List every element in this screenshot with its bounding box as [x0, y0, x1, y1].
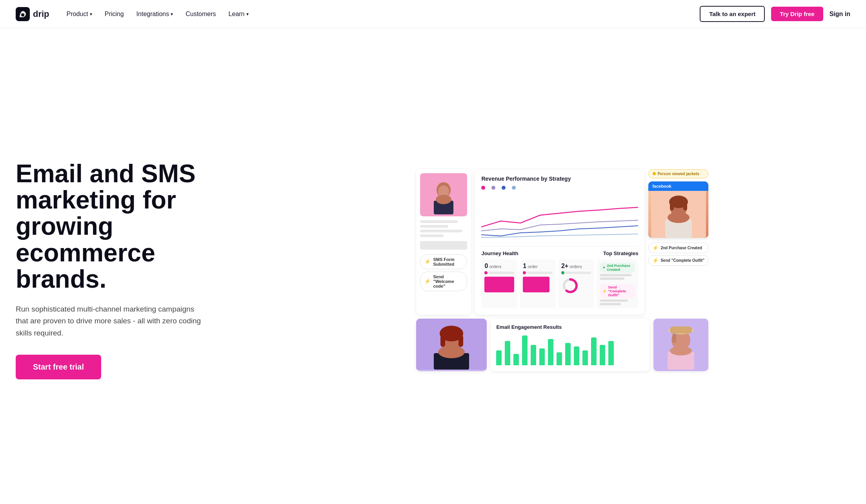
bar-group-5	[539, 348, 545, 365]
orders-label-2: 2+ orders	[561, 263, 591, 270]
journey-col-1-order: 1 order	[520, 259, 556, 308]
journey-columns: 0 orders 1 ord	[481, 259, 638, 308]
sms-badge-1: ⚡ SMS Form Submitted	[420, 254, 467, 269]
svg-point-6	[436, 195, 451, 204]
bar-group-2	[513, 354, 519, 365]
top-strategies-col: ✦ 2nd Purchase Created ⚡	[597, 259, 639, 308]
bottom-right-card	[653, 319, 708, 371]
logo[interactable]: drip	[16, 7, 49, 21]
try-drip-free-button[interactable]: Try Drip free	[771, 7, 823, 21]
bar-group-9	[574, 346, 579, 365]
svg-rect-20	[458, 335, 463, 347]
revenue-line-chart	[481, 194, 638, 241]
action-badge-2: ⚡ Send "Complete Outfit"	[648, 255, 708, 266]
action-badges: ⚡ 2nd Purchase Created ⚡ Send "Complete …	[648, 243, 708, 266]
hero-subtitle: Run sophisticated multi-channel marketin…	[16, 303, 204, 339]
person-viewed-tag: Person viewed jackets	[648, 169, 708, 178]
bar-group-8	[565, 343, 571, 365]
journey-health-section: Journey Health Top Strategies 0 orders	[481, 246, 638, 308]
bar-group-3	[522, 335, 528, 365]
email-template-card: ⚡ SMS Form Submitted ⚡ Send "Welcome cod…	[416, 169, 471, 315]
action-badge-1: ⚡ 2nd Purchase Created	[648, 243, 708, 253]
strategy-item-1: ✦ 2nd Purchase Created	[600, 263, 635, 280]
svg-rect-12	[670, 203, 674, 210]
bar-group-13	[608, 341, 614, 365]
svg-point-29	[670, 346, 692, 355]
person-image-1	[426, 175, 461, 214]
top-strategies-title: Top Strategies	[603, 250, 638, 256]
journey-col-0-orders: 0 orders	[481, 259, 517, 308]
template-button-placeholder	[420, 241, 467, 250]
journey-bar-1	[523, 277, 549, 292]
svg-point-22	[438, 346, 465, 358]
strategy-items: ✦ 2nd Purchase Created ⚡	[600, 263, 635, 305]
legend-item-1	[481, 186, 485, 190]
visuals-bottom-row: Email Engagement Results	[416, 319, 708, 371]
legend-item-3	[502, 186, 506, 190]
talk-to-expert-button[interactable]: Talk to an expert	[700, 6, 765, 22]
nav-item-product[interactable]: Product	[62, 7, 97, 21]
bar-group-11	[591, 337, 597, 365]
strategy-badge-2: ⚡ Send "Complete Outfit"	[600, 284, 635, 298]
svg-rect-26	[670, 326, 692, 334]
lightning-icon-4: ⚡	[652, 257, 659, 263]
nav-item-integrations[interactable]: Integrations	[132, 7, 178, 21]
facebook-card: facebook	[648, 181, 708, 238]
fb-person-art	[651, 191, 706, 238]
svg-point-1	[21, 13, 24, 16]
journey-header: Journey Health Top Strategies	[481, 250, 638, 256]
journey-bar-0	[484, 277, 514, 292]
revenue-chart-card: Revenue Performance by Strategy	[475, 169, 644, 315]
template-lines	[420, 220, 467, 237]
nav-item-pricing[interactable]: Pricing	[100, 7, 129, 21]
bar-group-7	[557, 352, 562, 365]
chart-title: Revenue Performance by Strategy	[481, 176, 638, 182]
tag-dot	[653, 172, 656, 175]
nav-item-customers[interactable]: Customers	[181, 7, 220, 21]
strategy-item-2: ⚡ Send "Complete Outfit"	[600, 284, 635, 305]
facebook-person-image	[648, 191, 708, 238]
sign-in-button[interactable]: Sign in	[830, 11, 850, 18]
lightning-icon-1: ⚡	[424, 259, 431, 265]
bar-group-12	[600, 345, 605, 365]
template-image-pink	[420, 173, 467, 216]
bottom-person-art-left	[416, 319, 487, 370]
bar-group-6	[548, 339, 553, 365]
svg-rect-13	[683, 203, 687, 210]
facebook-header: facebook	[648, 181, 708, 191]
svg-rect-27	[672, 334, 676, 343]
bottom-left-card	[416, 319, 487, 371]
bar-group-4	[531, 345, 536, 365]
legend-item-2	[491, 186, 495, 190]
svg-point-15	[668, 212, 690, 223]
lightning-icon-3: ⚡	[652, 245, 659, 251]
nav-left: drip Product Pricing Integrations Custom…	[16, 7, 253, 21]
donut-chart	[561, 277, 579, 295]
start-free-trial-button[interactable]: Start free trial	[16, 355, 101, 379]
drip-logo-icon	[16, 7, 30, 21]
chart-legend	[481, 186, 638, 190]
nav-item-learn[interactable]: Learn	[224, 7, 253, 21]
visuals-top-row: ⚡ SMS Form Submitted ⚡ Send "Welcome cod…	[416, 169, 708, 315]
legend-item-4	[512, 186, 516, 190]
orders-label-1: 1 order	[523, 263, 553, 270]
sms-badge-2: ⚡ Send "Welcome code"	[420, 272, 467, 291]
dashboard-mockup: ⚡ SMS Form Submitted ⚡ Send "Welcome cod…	[416, 169, 708, 371]
bar-group-0	[496, 350, 502, 365]
svg-rect-19	[440, 335, 445, 347]
journey-col-2-orders: 2+ orders	[558, 259, 594, 308]
bar-group-1	[505, 341, 510, 365]
sms-badges: ⚡ SMS Form Submitted ⚡ Send "Welcome cod…	[420, 254, 467, 291]
nav-right: Talk to an expert Try Drip free Sign in	[700, 6, 850, 22]
navbar: drip Product Pricing Integrations Custom…	[0, 0, 866, 28]
nav-links: Product Pricing Integrations Customers L…	[62, 7, 253, 21]
strategy-badge-1: ✦ 2nd Purchase Created	[600, 263, 635, 273]
email-engagement-card: Email Engagement Results	[491, 319, 650, 371]
bottom-person-art-right	[653, 319, 708, 370]
hero-left: Email and SMS marketing for growing ecom…	[16, 161, 243, 379]
email-bar-chart	[496, 334, 644, 365]
hero-section: Email and SMS marketing for growing ecom…	[0, 28, 866, 504]
orders-label-0: 0 orders	[484, 263, 514, 270]
lightning-icon-2: ⚡	[424, 278, 431, 284]
email-engagement-title: Email Engagement Results	[496, 324, 644, 330]
